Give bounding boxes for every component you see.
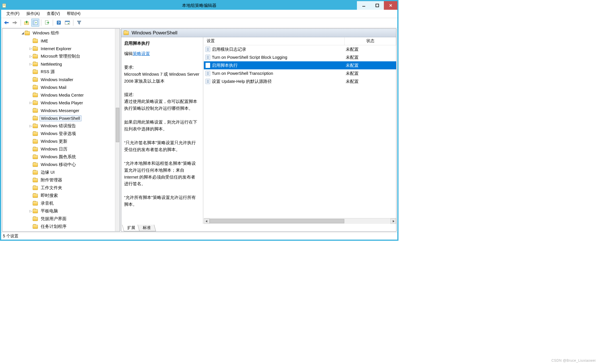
expander-icon[interactable]: ▷ (29, 62, 33, 66)
help-button[interactable]: ? (55, 19, 63, 27)
svg-marker-6 (4, 21, 9, 24)
chevron-right-icon (392, 220, 394, 222)
close-button[interactable]: ✕ (384, 1, 397, 10)
tab-standard[interactable]: 标准 (138, 225, 156, 231)
filter-button[interactable] (75, 19, 83, 27)
maximize-button[interactable] (370, 1, 384, 10)
settings-row[interactable]: Turn on PowerShell Transcription未配置 (204, 69, 396, 77)
tree-item[interactable]: IME (2, 37, 115, 45)
folder-icon (33, 178, 38, 182)
requirement-text: Microsoft Windows 7 或 Windows Server 200… (124, 71, 200, 85)
titlebar[interactable]: 本地组策略编辑器 ✕ (1, 1, 397, 10)
tree-item[interactable]: Windows 更新 (2, 138, 115, 145)
properties-button[interactable] (63, 19, 71, 27)
tree-item[interactable]: ▷NetMeeting (2, 60, 115, 68)
expander-icon[interactable]: ▷ (29, 101, 33, 105)
minimize-button[interactable] (357, 1, 370, 10)
menu-help[interactable]: 帮助(H) (63, 11, 84, 17)
tree-root-label: Windows 组件 (32, 30, 60, 36)
tree-item[interactable]: ▷Microsoft 管理控制台 (2, 52, 115, 60)
scroll-left-button[interactable] (204, 218, 210, 224)
tree-item-label: Windows Installer (40, 77, 75, 82)
tree-item[interactable]: 附件管理器 (2, 176, 115, 184)
tree-item[interactable]: Windows 日历 (2, 145, 115, 153)
tree-item-label: Windows Media Center (40, 93, 85, 98)
menubar: 文件(F) 操作(A) 查看(V) 帮助(H) (1, 10, 397, 18)
forward-button[interactable] (11, 19, 19, 27)
svg-text:?: ? (58, 21, 60, 25)
toolbar-separator (21, 19, 21, 26)
folder-icon (33, 124, 38, 128)
horizontal-scrollbar[interactable] (204, 218, 396, 224)
toolbar-separator (73, 19, 73, 26)
tree-item[interactable]: 工作文件夹 (2, 184, 115, 192)
scroll-right-button[interactable] (390, 218, 396, 224)
nav-tree[interactable]: ◢Windows 组件IME▷Internet Explorer▷Microso… (2, 29, 115, 231)
folder-icon (33, 101, 38, 105)
folder-icon (33, 70, 38, 74)
settings-row[interactable]: Turn on PowerShell Script Block Logging未… (204, 53, 396, 61)
tab-extended-label: 扩展 (127, 225, 135, 230)
tree-root[interactable]: ◢Windows 组件 (2, 29, 115, 37)
tree-item[interactable]: Windows 颜色系统 (2, 153, 115, 161)
folder-icon (33, 62, 38, 66)
settings-row[interactable]: 启用模块日志记录未配置 (204, 45, 396, 53)
settings-row-name: 设置 Update-Help 的默认源路径 (212, 79, 272, 84)
settings-row[interactable]: 启用脚本执行未配置 (204, 61, 396, 69)
folder-icon (33, 116, 38, 120)
tree-item[interactable]: Windows Installer (2, 76, 115, 83)
tree-item[interactable]: Windows 登录选项 (2, 130, 115, 138)
export-list-button[interactable] (43, 19, 51, 27)
header-state[interactable]: 状态 (345, 37, 396, 45)
expander-icon[interactable]: ▷ (29, 124, 33, 128)
tree-item[interactable]: Windows 移动中心 (2, 161, 115, 169)
policy-icon (206, 47, 210, 52)
tree-item[interactable]: ▷Windows 错误报告 (2, 122, 115, 130)
tree-item[interactable]: 边缘 UI (2, 169, 115, 176)
show-hide-tree-button[interactable] (31, 19, 39, 27)
up-level-button[interactable] (23, 19, 31, 27)
folder-icon (33, 201, 38, 206)
tree-item[interactable]: 凭据用户界面 (2, 215, 115, 223)
tree-item[interactable]: 任务计划程序 (2, 223, 115, 230)
tree-scrollbar[interactable] (115, 29, 120, 231)
tree-item[interactable]: Windows PowerShell (2, 114, 115, 122)
tree-item[interactable]: 录音机 (2, 199, 115, 207)
folder-icon (33, 209, 38, 213)
folder-icon (33, 194, 38, 198)
tree-item[interactable]: RSS 源 (2, 68, 115, 76)
tree-item-label: RSS 源 (40, 69, 56, 75)
policy-icon (206, 79, 210, 84)
settings-row-state: 未配置 (345, 71, 396, 76)
edit-policy-link[interactable]: 策略设置 (133, 51, 150, 56)
tree-item[interactable]: 即时搜索 (2, 192, 115, 199)
scrollbar-track[interactable] (210, 218, 390, 224)
app-icon (2, 3, 7, 8)
settings-row[interactable]: 设置 Update-Help 的默认源路径未配置 (204, 77, 396, 85)
menu-file[interactable]: 文件(F) (3, 11, 23, 17)
tree-item[interactable]: ▷Internet Explorer (2, 45, 115, 52)
tree-item-label: 工作文件夹 (40, 185, 63, 191)
expander-icon[interactable]: ▷ (29, 47, 33, 50)
tree-item[interactable]: Windows Media Center (2, 91, 115, 99)
edit-link-row: 编辑策略设置 (124, 50, 200, 57)
expander-icon[interactable]: ▷ (29, 54, 33, 58)
tree-item[interactable]: ▷平板电脑 (2, 207, 115, 215)
window-title: 本地组策略编辑器 (1, 3, 397, 8)
tree-pane-icon (33, 20, 38, 25)
header-setting[interactable]: 设置 (204, 37, 345, 45)
folder-icon (33, 225, 38, 229)
tree-item[interactable]: Windows Messenger (2, 107, 115, 114)
collapse-icon[interactable]: ◢ (21, 31, 25, 35)
tree-item[interactable]: Windows Mail (2, 83, 115, 91)
folder-icon (33, 85, 38, 89)
settings-list[interactable]: 启用模块日志记录未配置Turn on PowerShell Script Blo… (204, 45, 396, 218)
scrollbar-thumb[interactable] (210, 219, 344, 223)
back-button[interactable] (2, 19, 10, 27)
forward-arrow-icon (12, 20, 18, 25)
menu-action[interactable]: 操作(A) (23, 11, 43, 17)
tree-item[interactable]: ▷Windows Media Player (2, 99, 115, 107)
expander-icon[interactable]: ▷ (29, 209, 33, 213)
menu-view[interactable]: 查看(V) (43, 11, 64, 17)
scrollbar-thumb[interactable] (116, 108, 119, 142)
